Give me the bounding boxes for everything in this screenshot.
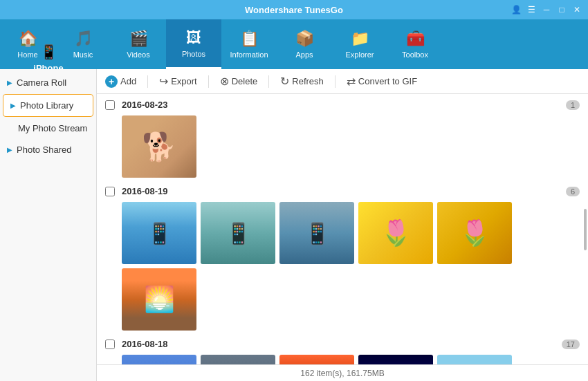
arrow-icon: ▶ bbox=[7, 79, 12, 86]
title-bar: Wondershare TunesGo 👤 ☰ ─ □ ✕ bbox=[0, 0, 588, 19]
nav-music-label: Music bbox=[73, 50, 93, 59]
date-group-2016-08-19: 2016-08-19 6 bbox=[105, 186, 580, 331]
nav-toolbox[interactable]: 🧰 Toolbox bbox=[387, 19, 443, 69]
nav-apps[interactable]: 📦 Apps bbox=[277, 19, 332, 69]
nav-toolbox-label: Toolbox bbox=[402, 50, 428, 59]
delete-icon: ⊗ bbox=[220, 75, 229, 88]
scroll-indicator bbox=[584, 209, 587, 250]
photo-count: 6 bbox=[566, 187, 580, 196]
photo-grid bbox=[105, 355, 580, 364]
arrow-icon: ▶ bbox=[7, 146, 12, 154]
toolbox-icon: 🧰 bbox=[406, 30, 425, 48]
group-checkbox[interactable] bbox=[105, 100, 115, 110]
group-checkbox[interactable] bbox=[105, 340, 115, 349]
status-bar: 162 item(s), 161.75MB bbox=[97, 364, 588, 381]
nav-info-label: Information bbox=[230, 50, 268, 59]
nav-videos-label: Videos bbox=[127, 50, 149, 59]
photo-thumbnail[interactable] bbox=[122, 268, 196, 331]
photo-thumbnail[interactable] bbox=[122, 202, 196, 264]
photo-thumbnail[interactable] bbox=[279, 355, 354, 364]
sidebar-item-camera-roll[interactable]: ▶ Camera Roll bbox=[0, 72, 96, 93]
maximize-icon[interactable]: □ bbox=[556, 4, 567, 15]
date-group-2016-08-23: 2016-08-23 1 bbox=[105, 100, 580, 178]
apps-icon: 📦 bbox=[295, 30, 314, 48]
separator bbox=[208, 75, 209, 88]
nav-information[interactable]: 📋 Information bbox=[221, 19, 277, 69]
toolbar: + Add ↪ Export ⊗ Delete ↻ Refresh ⇄ Conv… bbox=[97, 69, 588, 94]
content-wrapper: + Add ↪ Export ⊗ Delete ↻ Refresh ⇄ Conv… bbox=[97, 69, 588, 381]
nav-bar: 🏠 Home 🎵 Music 🎬 Videos 🖼 Photos 📋 Infor… bbox=[0, 19, 588, 69]
nav-apps-label: Apps bbox=[295, 50, 313, 59]
app-title: Wondershare TunesGo bbox=[245, 5, 343, 15]
photo-thumbnail[interactable] bbox=[279, 202, 354, 264]
add-icon: + bbox=[105, 75, 118, 88]
photo-thumbnail[interactable] bbox=[358, 355, 433, 364]
home-icon: 🏠 bbox=[19, 30, 37, 48]
export-label: Export bbox=[171, 76, 197, 86]
nav-home[interactable]: 🏠 Home bbox=[0, 19, 55, 69]
date-header: 2016-08-19 6 bbox=[105, 186, 580, 196]
export-icon: ↪ bbox=[159, 75, 168, 88]
photo-thumbnail[interactable] bbox=[122, 115, 196, 178]
photo-thumbnail[interactable] bbox=[201, 202, 275, 264]
photo-thumbnail[interactable] bbox=[122, 355, 196, 364]
nav-music[interactable]: 🎵 Music bbox=[55, 19, 111, 69]
nav-videos[interactable]: 🎬 Videos bbox=[111, 19, 166, 69]
sidebar-item-photo-shared[interactable]: ▶ Photo Shared bbox=[0, 139, 96, 160]
camera-roll-label: Camera Roll bbox=[17, 77, 66, 88]
menu-icon[interactable]: ☰ bbox=[526, 4, 537, 15]
sidebar-item-photo-library[interactable]: ▶ Photo Library bbox=[3, 94, 93, 117]
date-group-2016-08-18: 2016-08-18 17 bbox=[105, 339, 580, 364]
close-icon[interactable]: ✕ bbox=[571, 4, 582, 15]
refresh-icon: ↻ bbox=[280, 75, 289, 88]
date-label: 2016-08-18 bbox=[122, 339, 555, 349]
photo-thumbnail[interactable] bbox=[358, 202, 433, 264]
explorer-icon: 📁 bbox=[351, 30, 369, 48]
info-icon: 📋 bbox=[240, 30, 259, 48]
date-label: 2016-08-23 bbox=[122, 100, 559, 110]
nav-explorer[interactable]: 📁 Explorer bbox=[332, 19, 387, 69]
video-icon: 🎬 bbox=[129, 30, 148, 48]
separator bbox=[335, 75, 336, 88]
arrow-icon: ▶ bbox=[10, 102, 16, 109]
convert-gif-button[interactable]: ⇄ Convert to GIF bbox=[347, 75, 417, 88]
main-area: ▶ Camera Roll ▶ Photo Library My Photo S… bbox=[0, 69, 588, 381]
photo-shared-label: Photo Shared bbox=[17, 145, 72, 155]
minimize-icon[interactable]: ─ bbox=[541, 4, 552, 15]
photo-grid bbox=[105, 115, 580, 178]
date-label: 2016-08-19 bbox=[122, 186, 559, 196]
date-header: 2016-08-18 17 bbox=[105, 339, 580, 349]
window-controls: 👤 ☰ ─ □ ✕ bbox=[511, 4, 582, 15]
user-icon[interactable]: 👤 bbox=[511, 4, 522, 15]
export-button[interactable]: ↪ Export bbox=[159, 75, 197, 88]
photo-grid bbox=[105, 202, 580, 331]
photo-count: 1 bbox=[566, 100, 580, 110]
nav-photos[interactable]: 🖼 Photos bbox=[166, 19, 221, 69]
music-icon: 🎵 bbox=[74, 30, 93, 48]
refresh-label: Refresh bbox=[292, 76, 324, 86]
nav-photos-label: Photos bbox=[182, 50, 205, 58]
photo-thumbnail[interactable] bbox=[437, 355, 512, 364]
photo-library-label: Photo Library bbox=[20, 100, 73, 111]
photo-count: 17 bbox=[562, 340, 580, 349]
photo-content[interactable]: 2016-08-23 1 2016-08-19 6 bbox=[97, 94, 588, 364]
group-checkbox[interactable] bbox=[105, 187, 115, 196]
sidebar-item-my-photo-stream[interactable]: My Photo Stream bbox=[0, 118, 96, 139]
nav-explorer-label: Explorer bbox=[346, 50, 374, 59]
add-label: Add bbox=[120, 76, 136, 86]
photos-icon: 🖼 bbox=[186, 29, 201, 47]
date-header: 2016-08-23 1 bbox=[105, 100, 580, 110]
delete-button[interactable]: ⊗ Delete bbox=[220, 75, 258, 88]
convert-gif-icon: ⇄ bbox=[347, 75, 356, 88]
delete-label: Delete bbox=[232, 76, 258, 86]
photo-thumbnail[interactable] bbox=[437, 202, 512, 264]
photo-thumbnail[interactable] bbox=[201, 355, 275, 364]
add-button[interactable]: + Add bbox=[105, 75, 136, 88]
separator bbox=[268, 75, 269, 88]
status-text: 162 item(s), 161.75MB bbox=[300, 369, 384, 378]
convert-label: Convert to GIF bbox=[358, 76, 417, 86]
refresh-button[interactable]: ↻ Refresh bbox=[280, 75, 324, 88]
my-photo-stream-label: My Photo Stream bbox=[7, 123, 87, 133]
separator bbox=[147, 75, 148, 88]
sidebar: ▶ Camera Roll ▶ Photo Library My Photo S… bbox=[0, 69, 97, 381]
